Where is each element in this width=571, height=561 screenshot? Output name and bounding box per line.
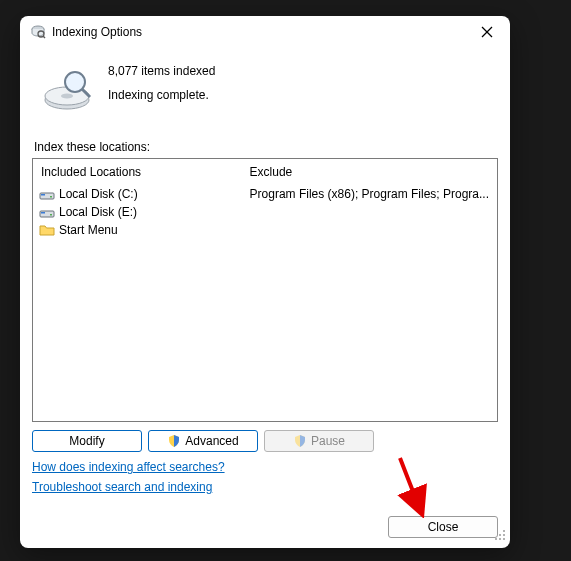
button-label: Advanced bbox=[185, 434, 238, 448]
button-label: Modify bbox=[69, 434, 104, 448]
svg-rect-14 bbox=[41, 212, 45, 214]
svg-rect-11 bbox=[41, 194, 45, 196]
list-item-label: Local Disk (C:) bbox=[59, 187, 138, 201]
svg-point-21 bbox=[503, 538, 505, 540]
svg-point-16 bbox=[503, 530, 505, 532]
list-item-label: Start Menu bbox=[59, 223, 118, 237]
svg-point-18 bbox=[503, 534, 505, 536]
link-troubleshoot[interactable]: Troubleshoot search and indexing bbox=[32, 480, 212, 494]
drive-search-icon bbox=[40, 62, 94, 116]
close-button[interactable]: Close bbox=[388, 516, 498, 538]
resize-gripper-icon[interactable] bbox=[494, 529, 506, 544]
indexing-options-dialog: Indexing Options 8,077 items indexed Ind… bbox=[20, 16, 510, 548]
dialog-body: 8,077 items indexed Indexing complete. I… bbox=[20, 48, 510, 548]
indexing-icon bbox=[30, 24, 46, 40]
pause-button: Pause bbox=[264, 430, 374, 452]
list-item[interactable]: Local Disk (C:) bbox=[39, 185, 236, 203]
locations-list[interactable]: Included Locations Local Disk (C:) Local… bbox=[32, 158, 498, 422]
locations-label: Index these locations: bbox=[34, 140, 498, 154]
list-item[interactable]: Start Menu bbox=[39, 221, 236, 239]
svg-point-20 bbox=[499, 538, 501, 540]
close-icon[interactable] bbox=[472, 18, 502, 46]
list-item[interactable]: Local Disk (E:) bbox=[39, 203, 236, 221]
col-header-exclude[interactable]: Exclude bbox=[242, 159, 497, 185]
disk-icon bbox=[39, 186, 55, 202]
svg-rect-15 bbox=[50, 214, 52, 216]
exclude-value bbox=[242, 203, 497, 221]
list-item-label: Local Disk (E:) bbox=[59, 205, 137, 219]
exclude-value: Program Files (x86); Program Files; Prog… bbox=[242, 185, 497, 203]
advanced-button[interactable]: Advanced bbox=[148, 430, 258, 452]
indexing-state: Indexing complete. bbox=[108, 88, 215, 102]
svg-point-19 bbox=[495, 538, 497, 540]
link-how-indexing[interactable]: How does indexing affect searches? bbox=[32, 460, 225, 474]
col-header-included[interactable]: Included Locations bbox=[33, 159, 242, 185]
button-label: Pause bbox=[311, 434, 345, 448]
help-links: How does indexing affect searches? Troub… bbox=[32, 460, 498, 500]
exclude-value bbox=[242, 221, 497, 239]
status-text: 8,077 items indexed Indexing complete. bbox=[108, 62, 215, 112]
items-indexed: 8,077 items indexed bbox=[108, 64, 215, 78]
status-row: 8,077 items indexed Indexing complete. bbox=[40, 62, 498, 116]
modify-button[interactable]: Modify bbox=[32, 430, 142, 452]
shield-icon bbox=[167, 434, 181, 448]
titlebar: Indexing Options bbox=[20, 16, 510, 48]
button-row: Modify Advanced Pause bbox=[32, 430, 498, 452]
dialog-title: Indexing Options bbox=[52, 25, 472, 39]
shield-icon bbox=[293, 434, 307, 448]
svg-point-17 bbox=[499, 534, 501, 536]
svg-line-2 bbox=[43, 36, 45, 38]
disk-icon bbox=[39, 204, 55, 220]
dialog-footer: Close bbox=[32, 508, 498, 538]
svg-rect-12 bbox=[50, 196, 52, 198]
button-label: Close bbox=[428, 520, 459, 534]
folder-icon bbox=[39, 222, 55, 238]
svg-point-7 bbox=[61, 94, 73, 99]
